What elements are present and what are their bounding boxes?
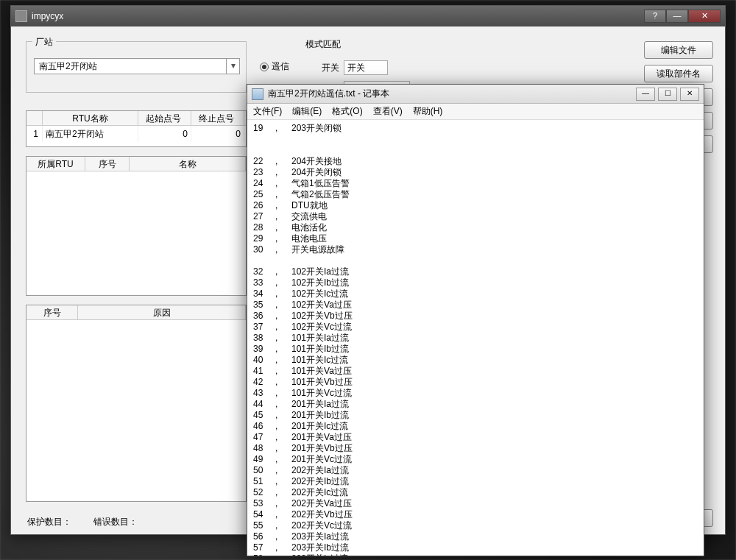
close-button[interactable]: ✕ bbox=[688, 10, 721, 23]
text-line: 34,102开关Ic过流 bbox=[253, 288, 698, 300]
switch-input[interactable]: 开关 bbox=[344, 60, 388, 75]
text-line: 43,101开关Vc过流 bbox=[253, 388, 698, 399]
text-line: 50,202开关Ia过流 bbox=[253, 465, 698, 476]
text-line: 25,气箱2低压告警 bbox=[253, 189, 698, 200]
text-line: 51,202开关Ib过流 bbox=[253, 476, 698, 487]
notepad-icon bbox=[252, 88, 263, 100]
rtu-hdr-start: 起始点号 bbox=[138, 111, 191, 125]
np-maximize-button[interactable]: ☐ bbox=[658, 88, 677, 101]
rtu-table: RTU名称 起始点号 终止点号 1 南五甲2开闭站 0 0 bbox=[26, 110, 247, 147]
notepad-textarea[interactable]: 19,203开关闭锁22,204开关接地23,204开关闭锁24,气箱1低压告警… bbox=[247, 120, 704, 556]
error-count-label: 错误数目： bbox=[93, 516, 138, 528]
text-line: 46,201开关Ic过流 bbox=[253, 421, 698, 432]
radio-dot-icon bbox=[260, 63, 269, 71]
row-name: 南五甲2开闭站 bbox=[43, 126, 138, 142]
text-line: 47,201开关Va过压 bbox=[253, 432, 698, 443]
text-line: 33,102开关Ib过流 bbox=[253, 277, 698, 288]
text-line: 32,102开关Ia过流 bbox=[253, 266, 698, 277]
text-line: 56,203开关Ia过流 bbox=[253, 531, 698, 542]
station-label: 厂站 bbox=[32, 36, 56, 49]
text-line: 22,204开关接地 bbox=[253, 156, 698, 167]
menu-edit[interactable]: 编辑(E) bbox=[292, 105, 322, 118]
chevron-down-icon[interactable]: ▾ bbox=[226, 59, 239, 74]
np-minimize-button[interactable]: — bbox=[636, 88, 655, 101]
text-line: 40,101开关Ic过流 bbox=[253, 355, 698, 366]
text-line: 28,电池活化 bbox=[253, 222, 698, 233]
text-line: 36,102开关Vb过压 bbox=[253, 311, 698, 322]
mid-table: 所属RTU 序号 名称 bbox=[26, 156, 247, 296]
main-titlebar[interactable]: impycyx ? — ✕ bbox=[11, 6, 725, 26]
menu-format[interactable]: 格式(O) bbox=[332, 105, 362, 118]
rtu-hdr-name: RTU名称 bbox=[43, 111, 138, 125]
rtu-hdr-end: 终止点号 bbox=[191, 111, 244, 125]
menu-help[interactable]: 帮助(H) bbox=[413, 105, 443, 118]
text-line: 55,202开关Vc过流 bbox=[253, 520, 698, 531]
table-row[interactable]: 1 南五甲2开闭站 0 0 bbox=[26, 126, 246, 142]
text-line: 49,201开关Vc过流 bbox=[253, 454, 698, 465]
text-line: 48,201开关Vb过压 bbox=[253, 443, 698, 454]
protect-count-label: 保护数目： bbox=[27, 516, 71, 528]
row-start: 0 bbox=[138, 126, 191, 142]
status-line: 保护数目： 错误数目： bbox=[27, 516, 138, 528]
text-line: 57,203开关Ib过流 bbox=[253, 542, 698, 553]
text-line: 27,交流供电 bbox=[253, 211, 698, 222]
rtu-hdr-idx bbox=[26, 111, 43, 125]
notepad-titlebar[interactable]: 南五甲2开闭站遥信.txt - 记事本 — ☐ ✕ bbox=[247, 85, 704, 104]
mid-hdr-name: 名称 bbox=[130, 157, 246, 171]
menu-view[interactable]: 查看(V) bbox=[373, 105, 403, 118]
mid-hdr-rtu: 所属RTU bbox=[26, 157, 85, 171]
text-line: 54,202开关Vb过压 bbox=[253, 509, 698, 520]
text-line: 52,202开关Ic过流 bbox=[253, 487, 698, 498]
radio-yaoxin[interactable]: 遥信 bbox=[260, 60, 289, 73]
station-group: 厂站 南五甲2开闭站 ▾ bbox=[26, 41, 247, 93]
text-line: 30,开关电源故障 bbox=[253, 244, 698, 255]
text-line: 44,201开关Ia过流 bbox=[253, 399, 698, 410]
help-button[interactable]: ? bbox=[644, 10, 666, 23]
app-icon bbox=[15, 10, 27, 22]
text-line: 29,电池电压 bbox=[253, 233, 698, 244]
notepad-title: 南五甲2开闭站遥信.txt - 记事本 bbox=[268, 88, 636, 100]
text-line: 26,DTU就地 bbox=[253, 200, 698, 211]
text-line: 37,102开关Vc过流 bbox=[253, 322, 698, 333]
read-parts-button[interactable]: 读取部件名 bbox=[644, 65, 713, 82]
reason-hdr-reason: 原因 bbox=[78, 305, 246, 319]
row-end: 0 bbox=[191, 126, 244, 142]
text-line: 35,102开关Va过压 bbox=[253, 300, 698, 311]
text-line: 53,202开关Va过压 bbox=[253, 498, 698, 509]
mid-hdr-seq: 序号 bbox=[85, 157, 130, 171]
notepad-menubar: 文件(F) 编辑(E) 格式(O) 查看(V) 帮助(H) bbox=[247, 104, 704, 120]
switch-label: 开关 bbox=[322, 62, 339, 74]
main-title: impycyx bbox=[32, 11, 644, 21]
text-line: 58,203开关Ic过流 bbox=[253, 553, 698, 556]
notepad-window: 南五甲2开闭站遥信.txt - 记事本 — ☐ ✕ 文件(F) 编辑(E) 格式… bbox=[247, 84, 704, 556]
np-close-button[interactable]: ✕ bbox=[680, 88, 699, 101]
menu-file[interactable]: 文件(F) bbox=[253, 105, 282, 118]
text-line: 23,204开关闭锁 bbox=[253, 167, 698, 178]
text-line: 42,101开关Vb过压 bbox=[253, 377, 698, 388]
text-line: 41,101开关Va过压 bbox=[253, 366, 698, 377]
text-line: 39,101开关Ib过流 bbox=[253, 344, 698, 355]
edit-file-button[interactable]: 编辑文件 bbox=[644, 41, 713, 59]
mode-label: 模式匹配 bbox=[305, 38, 341, 51]
minimize-button[interactable]: — bbox=[666, 10, 688, 23]
text-line: 38,101开关Ia过流 bbox=[253, 333, 698, 344]
text-line: 45,201开关Ib过流 bbox=[253, 410, 698, 421]
text-line: 24,气箱1低压告警 bbox=[253, 178, 698, 189]
reason-table: 序号 原因 bbox=[26, 305, 247, 502]
row-idx: 1 bbox=[26, 126, 43, 142]
station-combo[interactable]: 南五甲2开闭站 ▾ bbox=[34, 58, 240, 74]
station-value: 南五甲2开闭站 bbox=[39, 60, 97, 73]
text-line: 19,203开关闭锁 bbox=[253, 123, 698, 134]
reason-hdr-seq: 序号 bbox=[26, 305, 78, 319]
